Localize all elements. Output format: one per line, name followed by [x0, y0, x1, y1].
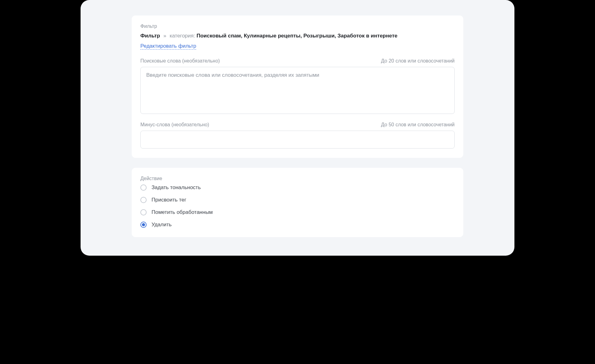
- action-card: Действие Задать тональностьПрисвоить тег…: [132, 168, 463, 237]
- filter-breadcrumb: Фильтр » категория: Поисковый спам, Кули…: [140, 32, 455, 40]
- action-radio-group: Задать тональностьПрисвоить тегПометить …: [140, 184, 455, 228]
- radio-icon: [140, 222, 147, 228]
- action-option-label: Пометить обработанным: [152, 209, 213, 215]
- breadcrumb-category-values: Поисковый спам, Кулинарные рецепты, Розы…: [196, 33, 397, 39]
- action-option[interactable]: Присвоить тег: [140, 197, 455, 203]
- filter-card: Фильтр Фильтр » категория: Поисковый спа…: [132, 15, 463, 158]
- search-words-input[interactable]: [140, 67, 455, 114]
- action-option[interactable]: Удалить: [140, 222, 455, 228]
- search-words-label: Поисковые слова (необязательно): [140, 58, 220, 64]
- negative-words-input[interactable]: [140, 131, 455, 149]
- search-words-limit: До 20 слов или словосочетаний: [381, 58, 455, 64]
- radio-icon: [140, 184, 147, 191]
- action-option[interactable]: Пометить обработанным: [140, 209, 455, 215]
- search-words-field: Поисковые слова (необязательно) До 20 сл…: [140, 58, 455, 115]
- negative-words-label: Минус-слова (необязательно): [140, 122, 209, 128]
- filter-section-label: Фильтр: [140, 24, 455, 29]
- breadcrumb-filter-word: Фильтр: [140, 33, 160, 39]
- radio-icon: [140, 197, 147, 203]
- page-frame: Фильтр Фильтр » категория: Поисковый спа…: [81, 0, 514, 256]
- breadcrumb-separator: »: [163, 33, 166, 39]
- action-option-label: Задать тональность: [152, 184, 201, 191]
- action-option-label: Удалить: [152, 222, 172, 228]
- breadcrumb-category-label: категория:: [170, 33, 195, 39]
- negative-words-limit: До 50 слов или словосочетаний: [381, 122, 455, 128]
- negative-words-field: Минус-слова (необязательно) До 50 слов и…: [140, 122, 455, 149]
- edit-filter-link[interactable]: Редактировать фильтр: [140, 43, 196, 50]
- action-option[interactable]: Задать тональность: [140, 184, 455, 191]
- radio-icon: [140, 209, 147, 215]
- action-section-label: Действие: [140, 176, 455, 181]
- action-option-label: Присвоить тег: [152, 197, 186, 203]
